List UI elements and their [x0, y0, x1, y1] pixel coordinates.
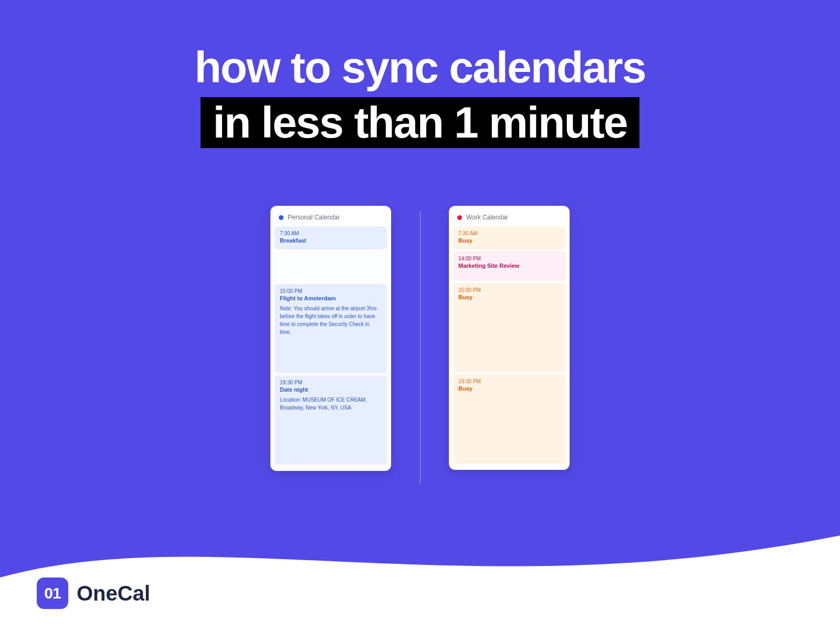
calendar-header: Work Calendar: [453, 211, 565, 226]
calendar-dot-icon: [457, 215, 462, 220]
calendar-event: 15:00 PM Flight to Amsterdam Note: You s…: [275, 284, 387, 373]
brand-name: OneCal: [77, 582, 150, 605]
calendar-dot-icon: [279, 215, 284, 220]
personal-calendar-card: Personal Calendar 7:30 AM Breakfast 15:0…: [270, 206, 391, 471]
headline-line1: how to sync calendars: [0, 42, 840, 93]
event-time: 19:30 PM: [458, 379, 560, 384]
brand-icon: 01: [37, 578, 68, 609]
event-title: Marketing Site Review: [458, 262, 560, 269]
event-title: Busy: [458, 385, 560, 392]
event-title: Flight to Amsterdam: [280, 295, 382, 301]
calendar-event: 7:30 AM Busy: [453, 226, 565, 249]
event-time: 7:30 AM: [458, 230, 560, 236]
work-calendar-card: Work Calendar 7:30 AM Busy 14:00 PM Mark…: [449, 206, 570, 470]
calendar-event: 15:00 PM Busy: [453, 283, 565, 372]
event-note: Note: You should arrive at the airport 3…: [280, 304, 382, 336]
calendar-event: 7:30 AM Breakfast: [275, 226, 387, 249]
wave-decoration: [0, 504, 840, 630]
event-title: Breakfast: [280, 237, 382, 244]
calendar-title: Work Calendar: [466, 214, 508, 221]
divider-line: [420, 211, 421, 484]
event-time: 15:00 PM: [458, 287, 560, 293]
calendar-title: Personal Calendar: [288, 214, 340, 221]
headline: how to sync calendars in less than 1 min…: [0, 0, 840, 169]
event-time: 19:30 PM: [280, 380, 382, 385]
event-time: 7:30 AM: [280, 230, 382, 236]
empty-slot: [275, 251, 387, 282]
calendar-header: Personal Calendar: [275, 211, 387, 226]
calendars-container: Personal Calendar 7:30 AM Breakfast 15:0…: [0, 206, 840, 471]
event-title: Date night: [280, 386, 382, 393]
event-title: Busy: [458, 294, 560, 300]
event-note: Location: MUSEUM OF ICE CREAM, Broadway,…: [280, 396, 382, 412]
headline-line2: in less than 1 minute: [201, 97, 640, 148]
calendar-event: 14:00 PM Marketing Site Review: [453, 251, 565, 281]
brand: 01 OneCal: [37, 578, 150, 609]
event-time: 14:00 PM: [458, 256, 560, 261]
event-title: Busy: [458, 237, 560, 244]
event-time: 15:00 PM: [280, 288, 382, 294]
calendar-event: 19:30 PM Date night Location: MUSEUM OF …: [275, 375, 387, 465]
calendar-event: 19:30 PM Busy: [453, 374, 565, 464]
